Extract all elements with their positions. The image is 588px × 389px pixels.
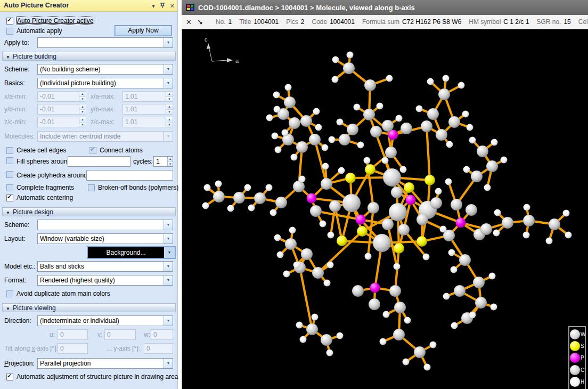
centering-checkbox[interactable]: ✔ xyxy=(6,194,13,201)
collapse-icon: ▼ xyxy=(6,210,10,215)
section-picture-building[interactable]: ▼Picture building xyxy=(2,52,176,61)
basics-combo[interactable]: (Individual picture building)▼ xyxy=(37,78,173,88)
building-scheme-combo[interactable]: (No building scheme)▼ xyxy=(37,64,173,75)
yb-min-spin[interactable]: ▲▼ xyxy=(37,104,86,115)
connect-atoms-checkbox[interactable]: ✔ xyxy=(89,147,96,154)
yb-max-label: y/b-max: xyxy=(91,106,115,113)
section-picture-viewing[interactable]: ▼Picture viewing xyxy=(2,303,176,312)
avoid-duplicate-label: Avoid duplicate atom main colors xyxy=(17,290,110,297)
fragments-checkbox[interactable] xyxy=(6,184,13,191)
fill-spheres-checkbox[interactable] xyxy=(6,157,13,164)
w-label: w: xyxy=(144,331,150,338)
apply-to-label: Apply to: xyxy=(4,39,29,46)
close-structure-icon[interactable]: ✕ xyxy=(186,18,192,26)
toolbar-field-2: Pics2 xyxy=(286,18,304,26)
cycles-spin[interactable]: ▲▼ xyxy=(153,156,173,167)
toolbar-field-7: Cell parameters2 xyxy=(578,18,588,26)
auto-adjust-checkbox[interactable]: ✔ xyxy=(6,374,13,380)
panel-title: Auto Picture Creator ▾ ✕ xyxy=(0,0,177,12)
u-label: u: xyxy=(50,331,55,338)
toolbar-field-6: SGR no.15 xyxy=(536,18,570,26)
broken-bonds-label: Broken-off bonds (polymers) xyxy=(98,184,178,191)
legend-sphere-S xyxy=(570,341,580,351)
toolbar-fields: No.1Title1004001Pics2Code1004001Formula … xyxy=(208,18,588,26)
toolbar-field-4: Formula sumC72 H162 P6 S8 W6 xyxy=(362,18,461,26)
design-scheme-label: Scheme: xyxy=(4,221,29,229)
format-combo[interactable]: Rendered (highest quality)▼ xyxy=(37,275,173,286)
pin-icon[interactable] xyxy=(160,3,165,10)
molecules-combo[interactable]: Include when centroid inside▼ xyxy=(37,131,173,142)
zc-min-spin[interactable]: ▲▼ xyxy=(37,117,86,127)
auto-adjust-label: Automatic adjustment of structure pictur… xyxy=(17,373,178,380)
arrow-icon[interactable]: ↘ xyxy=(197,18,203,26)
projection-label: Projection: xyxy=(4,360,35,367)
molecules-label: Molecules: xyxy=(4,133,35,140)
xa-max-spin[interactable]: ▲▼ xyxy=(123,91,173,102)
direction-combo[interactable]: (Indeterminate or individual)▼ xyxy=(37,315,173,326)
zc-max-label: z/c-max: xyxy=(91,118,115,126)
zc-min-label: z/c-min: xyxy=(4,118,27,126)
background-button[interactable]: Background... xyxy=(88,247,164,258)
panel-title-text: Auto Picture Creator xyxy=(4,2,69,9)
molecule-drawing: ca xyxy=(182,29,588,389)
legend-item-W: W xyxy=(570,328,584,340)
structure-viewer: COD-1004001.diamdoc > 1004001 > Molecule… xyxy=(182,0,588,389)
fill-spheres-input[interactable] xyxy=(68,156,130,167)
tilt-x-input[interactable] xyxy=(58,343,88,354)
xa-min-label: x/a-min: xyxy=(4,93,27,100)
auto-picture-creator-panel: Auto Picture Creator ▾ ✕ ✔ Auto Picture … xyxy=(0,0,178,389)
cell-edges-checkbox[interactable] xyxy=(6,147,13,154)
panel-menu-icon[interactable]: ▾ xyxy=(152,3,155,9)
w-input[interactable] xyxy=(151,329,173,340)
toolbar-field-5: HM symbolC 1 2/c 1 xyxy=(469,18,529,26)
yb-min-label: y/b-min: xyxy=(4,106,27,113)
section-picture-design[interactable]: ▼Picture design xyxy=(2,207,176,216)
fragments-label: Complete fragments xyxy=(17,184,74,191)
cell-edges-label: Create cell edges xyxy=(17,147,66,154)
cycles-label: cycles: xyxy=(133,158,153,165)
legend-item-S: S xyxy=(570,341,584,352)
legend-item-P: P xyxy=(570,352,584,364)
apply-now-button[interactable]: Apply Now xyxy=(115,25,172,36)
svg-text:c: c xyxy=(205,36,208,43)
svg-text:a: a xyxy=(235,58,239,64)
collapse-icon: ▼ xyxy=(6,55,10,60)
background-dropdown[interactable]: ▼ xyxy=(164,247,175,258)
tilt-y-input[interactable] xyxy=(144,343,173,354)
avoid-duplicate-checkbox[interactable] xyxy=(6,290,13,297)
close-icon[interactable]: ✕ xyxy=(170,3,175,9)
broken-bonds-checkbox[interactable] xyxy=(88,184,95,191)
projection-combo[interactable]: Parallel projection▼ xyxy=(37,358,173,369)
viewer-toolbar: ✕ ↘ No.1Title1004001Pics2Code1004001Form… xyxy=(182,15,588,29)
legend-sphere-H xyxy=(570,377,580,387)
xa-min-spin[interactable]: ▲▼ xyxy=(37,91,86,102)
v-input[interactable] xyxy=(104,329,136,340)
polyhedra-checkbox[interactable] xyxy=(6,171,13,178)
polyhedra-input[interactable] xyxy=(86,170,173,181)
apply-to-combo[interactable]: ▼ xyxy=(37,37,173,48)
zc-max-spin[interactable]: ▲▼ xyxy=(123,117,173,127)
model-combo[interactable]: Balls and sticks▼ xyxy=(37,261,173,272)
layout-combo[interactable]: Window (variable size)▼ xyxy=(37,233,173,244)
yb-max-spin[interactable]: ▲▼ xyxy=(123,104,173,115)
structure-canvas[interactable]: ca WSPCH xyxy=(182,29,588,389)
xa-max-label: x/a-max: xyxy=(91,93,115,100)
connect-atoms-label: Connect atoms xyxy=(100,147,143,154)
toolbar-field-3: Code1004001 xyxy=(312,18,355,26)
active-checkbox-label[interactable]: Auto Picture Creator active xyxy=(17,17,94,25)
basics-label: Basics: xyxy=(4,79,25,87)
toolbar-field-0: No.1 xyxy=(216,18,232,26)
legend-sphere-C xyxy=(570,365,580,375)
legend-sphere-P xyxy=(570,353,580,363)
element-legend: WSPCH xyxy=(568,326,586,389)
layout-label: Layout: xyxy=(4,235,25,242)
model-label: Model etc.: xyxy=(4,263,36,270)
viewer-titlebar: COD-1004001.diamdoc > 1004001 > Molecule… xyxy=(182,0,588,15)
fill-spheres-label: Fill spheres around: xyxy=(17,158,72,165)
legend-item-C: C xyxy=(570,364,584,376)
axes-indicator: ca xyxy=(205,36,239,64)
building-scheme-label: Scheme: xyxy=(4,66,29,73)
u-input[interactable] xyxy=(58,329,88,340)
design-scheme-combo[interactable]: ▼ xyxy=(37,220,173,230)
active-checkbox[interactable]: ✔ xyxy=(6,18,13,25)
